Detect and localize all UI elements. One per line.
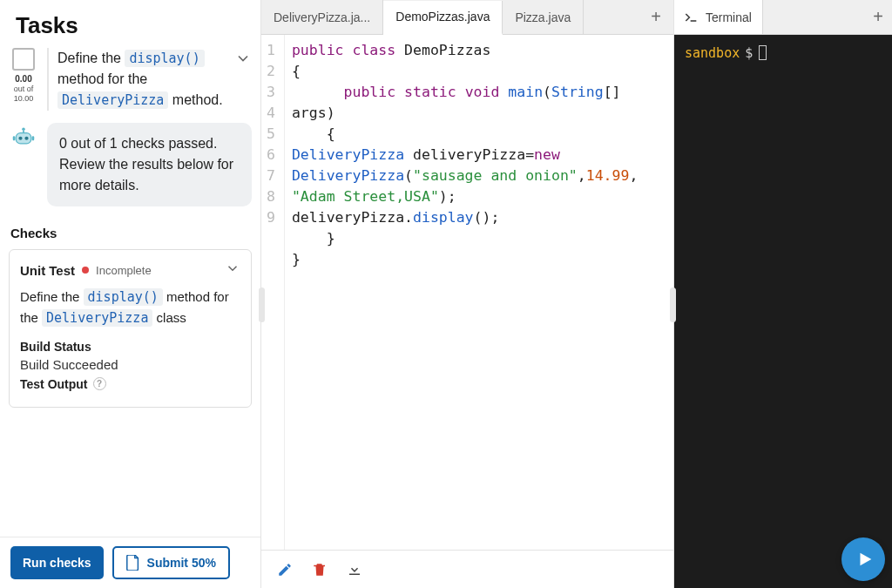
panel-resize-handle[interactable] bbox=[670, 287, 676, 322]
terminal-icon bbox=[685, 11, 699, 24]
terminal-cursor bbox=[759, 45, 767, 60]
tok: class bbox=[352, 42, 395, 58]
terminal-tab[interactable]: Terminal bbox=[674, 0, 763, 34]
help-icon[interactable]: ? bbox=[93, 377, 106, 390]
editor-panel: DeliveryPizza.ja... DemoPizzas.java Pizz… bbox=[261, 0, 674, 588]
terminal-tab-label: Terminal bbox=[706, 10, 752, 24]
tok: new bbox=[534, 146, 560, 163]
panel-resize-handle[interactable] bbox=[259, 287, 265, 322]
check-desc-text: class bbox=[152, 310, 186, 325]
score-mid: out of bbox=[14, 84, 34, 94]
bot-icon bbox=[9, 123, 38, 206]
task-desc-code: display() bbox=[125, 50, 204, 67]
check-header[interactable]: Unit Test Incomplete bbox=[20, 260, 240, 280]
tok: DemoPizzas bbox=[404, 42, 490, 58]
line-number: 8 bbox=[267, 186, 275, 207]
line-number: 3 bbox=[267, 82, 275, 103]
code-line: public class DemoPizzas bbox=[292, 40, 638, 61]
task-desc-code: DeliveryPizza bbox=[57, 91, 168, 109]
build-status-value: Build Succeeded bbox=[20, 357, 240, 372]
chevron-down-icon bbox=[234, 50, 252, 67]
check-status: Incomplete bbox=[96, 264, 152, 277]
delete-button[interactable] bbox=[312, 562, 328, 578]
tok: [] bbox=[604, 84, 621, 100]
editor-tab[interactable]: Pizza.java bbox=[503, 0, 584, 34]
code-content[interactable]: public class DemoPizzas{ public static v… bbox=[285, 35, 645, 550]
tasks-footer: Run checks Submit 50% bbox=[0, 537, 260, 588]
tok: { bbox=[327, 125, 335, 142]
submit-button[interactable]: Submit 50% bbox=[112, 546, 230, 579]
code-line: { bbox=[292, 61, 638, 82]
edit-button[interactable] bbox=[277, 562, 293, 578]
line-number: 2 bbox=[267, 61, 275, 82]
line-number: 7 bbox=[267, 166, 275, 186]
tok: args bbox=[292, 105, 327, 121]
code-line: } bbox=[292, 228, 638, 249]
add-tab-button[interactable]: + bbox=[642, 7, 670, 27]
tok: DeliveryPizza bbox=[292, 167, 404, 184]
check-description: Define the display() method for the Deli… bbox=[20, 287, 240, 329]
run-button[interactable] bbox=[841, 537, 885, 581]
add-terminal-button[interactable]: + bbox=[864, 7, 892, 27]
svg-rect-2 bbox=[16, 133, 31, 144]
tok: String bbox=[551, 84, 604, 100]
tok: ) bbox=[327, 105, 335, 121]
check-expand-toggle[interactable] bbox=[225, 260, 240, 280]
code-line: public static void main(String[] args) bbox=[292, 82, 638, 124]
code-editor[interactable]: 1 2 3 4 5 6 7 8 9 public class DemoPizza… bbox=[261, 35, 673, 550]
tok: } bbox=[292, 251, 301, 267]
tok: ); bbox=[439, 188, 456, 205]
editor-tab[interactable]: DeliveryPizza.ja... bbox=[261, 0, 383, 34]
task-checkbox[interactable] bbox=[12, 48, 35, 71]
tasks-panel: Tasks 0.00 out of 10.00 Define the displ… bbox=[0, 0, 261, 588]
task-item: 0.00 out of 10.00 Define the display() m… bbox=[9, 48, 252, 116]
code-line: DeliveryPizza deliveryPizza=new Delivery… bbox=[292, 145, 638, 207]
check-desc-text: Define the bbox=[20, 289, 84, 304]
task-desc-wrap: Define the display() method for the Deli… bbox=[47, 48, 252, 111]
tok: "sausage and onion" bbox=[413, 167, 578, 184]
line-number: 1 bbox=[267, 40, 275, 61]
line-gutter: 1 2 3 4 5 6 7 8 9 bbox=[261, 35, 285, 550]
download-button[interactable] bbox=[347, 562, 362, 578]
line-number: 9 bbox=[267, 207, 275, 228]
line-number: 5 bbox=[267, 124, 275, 145]
tok: "Adam Street,USA" bbox=[292, 188, 439, 205]
chevron-down-icon bbox=[225, 260, 240, 276]
build-status-heading: Build Status bbox=[20, 340, 240, 354]
tok: public bbox=[292, 42, 344, 58]
terminal-panel: Terminal + sandbox$ bbox=[674, 0, 892, 588]
test-output-label: Test Output bbox=[20, 377, 88, 391]
tok: public bbox=[344, 84, 396, 100]
tok: { bbox=[292, 63, 301, 79]
line-number: 6 bbox=[267, 145, 275, 166]
tok: void bbox=[465, 84, 500, 100]
check-desc-code: DeliveryPizza bbox=[42, 309, 152, 327]
terminal-area[interactable]: sandbox$ bbox=[674, 35, 892, 588]
task-desc-text: method. bbox=[168, 92, 222, 107]
task-description: Define the display() method for the Deli… bbox=[57, 48, 252, 111]
status-dot-icon bbox=[82, 267, 89, 274]
tok: deliveryPizza bbox=[292, 209, 404, 226]
editor-tabs: DeliveryPizza.ja... DemoPizzas.java Pizz… bbox=[261, 0, 673, 35]
play-icon bbox=[855, 550, 875, 569]
tok: static bbox=[404, 84, 456, 100]
svg-point-0 bbox=[22, 128, 25, 132]
score-total: 10.00 bbox=[14, 94, 34, 104]
submit-label: Submit 50% bbox=[147, 556, 216, 570]
task-desc-text: method for the bbox=[57, 71, 147, 86]
code-line: { bbox=[292, 124, 638, 145]
terminal-dollar: $ bbox=[745, 45, 753, 61]
line-number: 4 bbox=[267, 103, 275, 124]
tok bbox=[292, 230, 327, 247]
tok: , bbox=[578, 167, 586, 184]
tok bbox=[292, 125, 327, 142]
tasks-body: 0.00 out of 10.00 Define the display() m… bbox=[0, 48, 260, 537]
tok: DeliveryPizza bbox=[292, 146, 404, 163]
task-expand-toggle[interactable] bbox=[234, 50, 252, 71]
tok: (); bbox=[474, 209, 500, 226]
run-checks-button[interactable]: Run checks bbox=[10, 546, 104, 579]
editor-tab[interactable]: DemoPizzas.java bbox=[383, 1, 503, 35]
pencil-icon bbox=[277, 562, 293, 578]
tok: . bbox=[404, 209, 413, 226]
editor-toolbar bbox=[261, 550, 673, 588]
